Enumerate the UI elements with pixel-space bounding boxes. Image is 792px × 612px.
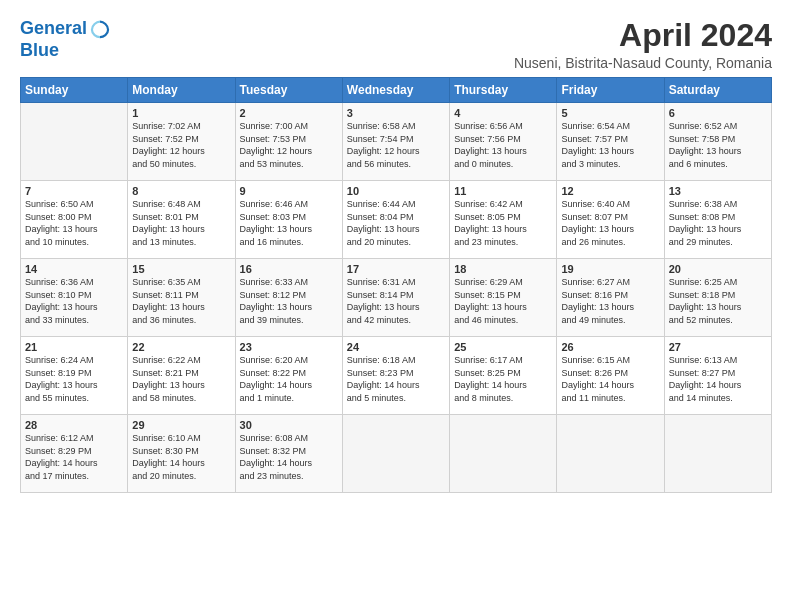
main-container: General Blue April 2024 Nuseni, Bistrita…	[0, 0, 792, 503]
calendar-cell: 23Sunrise: 6:20 AM Sunset: 8:22 PM Dayli…	[235, 337, 342, 415]
calendar-cell: 9Sunrise: 6:46 AM Sunset: 8:03 PM Daylig…	[235, 181, 342, 259]
day-info: Sunrise: 7:02 AM Sunset: 7:52 PM Dayligh…	[132, 120, 230, 170]
title-block: April 2024 Nuseni, Bistrita-Nasaud Count…	[514, 18, 772, 71]
day-number: 11	[454, 185, 552, 197]
day-info: Sunrise: 6:24 AM Sunset: 8:19 PM Dayligh…	[25, 354, 123, 404]
day-info: Sunrise: 6:52 AM Sunset: 7:58 PM Dayligh…	[669, 120, 767, 170]
day-number: 15	[132, 263, 230, 275]
day-number: 17	[347, 263, 445, 275]
calendar-cell: 29Sunrise: 6:10 AM Sunset: 8:30 PM Dayli…	[128, 415, 235, 493]
header-cell-monday: Monday	[128, 78, 235, 103]
calendar-week-2: 7Sunrise: 6:50 AM Sunset: 8:00 PM Daylig…	[21, 181, 772, 259]
day-number: 9	[240, 185, 338, 197]
header-cell-thursday: Thursday	[450, 78, 557, 103]
day-number: 7	[25, 185, 123, 197]
calendar-week-4: 21Sunrise: 6:24 AM Sunset: 8:19 PM Dayli…	[21, 337, 772, 415]
calendar-cell: 18Sunrise: 6:29 AM Sunset: 8:15 PM Dayli…	[450, 259, 557, 337]
day-info: Sunrise: 6:46 AM Sunset: 8:03 PM Dayligh…	[240, 198, 338, 248]
calendar-cell: 21Sunrise: 6:24 AM Sunset: 8:19 PM Dayli…	[21, 337, 128, 415]
calendar-cell: 22Sunrise: 6:22 AM Sunset: 8:21 PM Dayli…	[128, 337, 235, 415]
day-number: 24	[347, 341, 445, 353]
day-info: Sunrise: 6:54 AM Sunset: 7:57 PM Dayligh…	[561, 120, 659, 170]
calendar-cell: 11Sunrise: 6:42 AM Sunset: 8:05 PM Dayli…	[450, 181, 557, 259]
day-number: 18	[454, 263, 552, 275]
day-info: Sunrise: 6:31 AM Sunset: 8:14 PM Dayligh…	[347, 276, 445, 326]
day-number: 5	[561, 107, 659, 119]
day-info: Sunrise: 6:27 AM Sunset: 8:16 PM Dayligh…	[561, 276, 659, 326]
day-info: Sunrise: 6:50 AM Sunset: 8:00 PM Dayligh…	[25, 198, 123, 248]
day-info: Sunrise: 6:18 AM Sunset: 8:23 PM Dayligh…	[347, 354, 445, 404]
day-number: 23	[240, 341, 338, 353]
calendar-cell	[664, 415, 771, 493]
day-number: 14	[25, 263, 123, 275]
day-info: Sunrise: 6:17 AM Sunset: 8:25 PM Dayligh…	[454, 354, 552, 404]
day-number: 29	[132, 419, 230, 431]
header-cell-wednesday: Wednesday	[342, 78, 449, 103]
calendar-cell: 25Sunrise: 6:17 AM Sunset: 8:25 PM Dayli…	[450, 337, 557, 415]
calendar-week-1: 1Sunrise: 7:02 AM Sunset: 7:52 PM Daylig…	[21, 103, 772, 181]
logo-text: General	[20, 19, 87, 39]
calendar-cell	[450, 415, 557, 493]
header-cell-saturday: Saturday	[664, 78, 771, 103]
day-number: 28	[25, 419, 123, 431]
day-info: Sunrise: 6:10 AM Sunset: 8:30 PM Dayligh…	[132, 432, 230, 482]
day-info: Sunrise: 6:38 AM Sunset: 8:08 PM Dayligh…	[669, 198, 767, 248]
day-info: Sunrise: 6:33 AM Sunset: 8:12 PM Dayligh…	[240, 276, 338, 326]
logo-line2: Blue	[20, 40, 111, 61]
day-number: 26	[561, 341, 659, 353]
calendar-cell: 3Sunrise: 6:58 AM Sunset: 7:54 PM Daylig…	[342, 103, 449, 181]
calendar-cell: 27Sunrise: 6:13 AM Sunset: 8:27 PM Dayli…	[664, 337, 771, 415]
calendar-cell: 7Sunrise: 6:50 AM Sunset: 8:00 PM Daylig…	[21, 181, 128, 259]
day-info: Sunrise: 6:15 AM Sunset: 8:26 PM Dayligh…	[561, 354, 659, 404]
day-info: Sunrise: 6:56 AM Sunset: 7:56 PM Dayligh…	[454, 120, 552, 170]
calendar-table: SundayMondayTuesdayWednesdayThursdayFrid…	[20, 77, 772, 493]
day-info: Sunrise: 6:20 AM Sunset: 8:22 PM Dayligh…	[240, 354, 338, 404]
calendar-cell: 1Sunrise: 7:02 AM Sunset: 7:52 PM Daylig…	[128, 103, 235, 181]
day-number: 13	[669, 185, 767, 197]
calendar-cell: 5Sunrise: 6:54 AM Sunset: 7:57 PM Daylig…	[557, 103, 664, 181]
calendar-cell	[557, 415, 664, 493]
calendar-cell: 6Sunrise: 6:52 AM Sunset: 7:58 PM Daylig…	[664, 103, 771, 181]
calendar-body: 1Sunrise: 7:02 AM Sunset: 7:52 PM Daylig…	[21, 103, 772, 493]
header-row: SundayMondayTuesdayWednesdayThursdayFrid…	[21, 78, 772, 103]
calendar-cell: 24Sunrise: 6:18 AM Sunset: 8:23 PM Dayli…	[342, 337, 449, 415]
logo: General Blue	[20, 18, 111, 61]
calendar-cell	[21, 103, 128, 181]
day-number: 10	[347, 185, 445, 197]
day-info: Sunrise: 6:25 AM Sunset: 8:18 PM Dayligh…	[669, 276, 767, 326]
day-number: 19	[561, 263, 659, 275]
header-row: General Blue April 2024 Nuseni, Bistrita…	[20, 18, 772, 71]
header-cell-friday: Friday	[557, 78, 664, 103]
calendar-cell	[342, 415, 449, 493]
day-number: 12	[561, 185, 659, 197]
calendar-cell: 14Sunrise: 6:36 AM Sunset: 8:10 PM Dayli…	[21, 259, 128, 337]
day-number: 6	[669, 107, 767, 119]
day-number: 4	[454, 107, 552, 119]
day-info: Sunrise: 6:36 AM Sunset: 8:10 PM Dayligh…	[25, 276, 123, 326]
day-info: Sunrise: 6:35 AM Sunset: 8:11 PM Dayligh…	[132, 276, 230, 326]
day-number: 16	[240, 263, 338, 275]
calendar-cell: 4Sunrise: 6:56 AM Sunset: 7:56 PM Daylig…	[450, 103, 557, 181]
day-number: 1	[132, 107, 230, 119]
calendar-week-5: 28Sunrise: 6:12 AM Sunset: 8:29 PM Dayli…	[21, 415, 772, 493]
calendar-cell: 19Sunrise: 6:27 AM Sunset: 8:16 PM Dayli…	[557, 259, 664, 337]
day-info: Sunrise: 7:00 AM Sunset: 7:53 PM Dayligh…	[240, 120, 338, 170]
day-info: Sunrise: 6:22 AM Sunset: 8:21 PM Dayligh…	[132, 354, 230, 404]
day-info: Sunrise: 6:48 AM Sunset: 8:01 PM Dayligh…	[132, 198, 230, 248]
calendar-cell: 8Sunrise: 6:48 AM Sunset: 8:01 PM Daylig…	[128, 181, 235, 259]
day-info: Sunrise: 6:40 AM Sunset: 8:07 PM Dayligh…	[561, 198, 659, 248]
day-number: 30	[240, 419, 338, 431]
calendar-cell: 28Sunrise: 6:12 AM Sunset: 8:29 PM Dayli…	[21, 415, 128, 493]
location-subtitle: Nuseni, Bistrita-Nasaud County, Romania	[514, 55, 772, 71]
day-info: Sunrise: 6:58 AM Sunset: 7:54 PM Dayligh…	[347, 120, 445, 170]
calendar-week-3: 14Sunrise: 6:36 AM Sunset: 8:10 PM Dayli…	[21, 259, 772, 337]
calendar-cell: 13Sunrise: 6:38 AM Sunset: 8:08 PM Dayli…	[664, 181, 771, 259]
logo-icon	[89, 18, 111, 40]
day-info: Sunrise: 6:08 AM Sunset: 8:32 PM Dayligh…	[240, 432, 338, 482]
calendar-cell: 10Sunrise: 6:44 AM Sunset: 8:04 PM Dayli…	[342, 181, 449, 259]
calendar-cell: 30Sunrise: 6:08 AM Sunset: 8:32 PM Dayli…	[235, 415, 342, 493]
calendar-header: SundayMondayTuesdayWednesdayThursdayFrid…	[21, 78, 772, 103]
header-cell-sunday: Sunday	[21, 78, 128, 103]
calendar-cell: 26Sunrise: 6:15 AM Sunset: 8:26 PM Dayli…	[557, 337, 664, 415]
calendar-cell: 2Sunrise: 7:00 AM Sunset: 7:53 PM Daylig…	[235, 103, 342, 181]
